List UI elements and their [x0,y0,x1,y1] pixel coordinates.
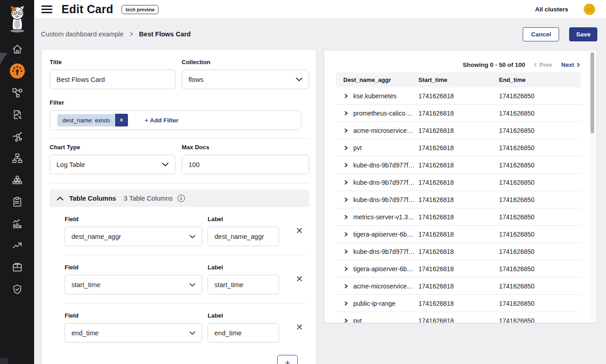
sidebar-item-report-edit[interactable] [0,104,34,126]
dashboard-gauge-icon [9,63,25,79]
expand-row-icon[interactable] [343,232,348,237]
table-row[interactable]: kube-dns-9b7d977f… 1741626818 1741626850 [336,191,581,208]
save-button[interactable]: Save [569,27,597,41]
sidebar-item-stats-chart[interactable] [0,213,34,235]
breadcrumb-parent[interactable]: Custom dashboard example [41,30,123,38]
dest-name-cell: acme-microservice… [353,127,413,134]
field-select[interactable]: end_time [65,323,202,343]
sidebar-item-trend-arrow[interactable] [0,235,34,257]
expand-row-icon[interactable] [343,180,348,185]
remove-column-icon[interactable]: ✕ [294,224,305,237]
remove-column-icon[interactable]: ✕ [294,321,305,334]
start-time-cell: 1741626818 [418,196,499,203]
start-time-cell: 1741626818 [418,231,499,238]
chart-type-select[interactable]: Log Table [50,155,175,174]
start-time-cell: 1741626818 [418,283,499,290]
sidebar-item-topology[interactable] [0,82,34,104]
expand-row-icon[interactable] [343,214,348,220]
service-graph-icon [11,131,23,142]
table-row[interactable]: metrics-server-v1.3… 1741626818 17416268… [336,208,581,226]
expand-row-icon[interactable] [343,128,348,133]
table-row[interactable]: acme-microservice… 1741626818 1741626850 [336,122,581,139]
dest-name-cell: acme-microservice… [353,283,413,290]
table-row[interactable]: tigera-apiserver-6b… 1741626818 17416268… [336,226,581,243]
table-row[interactable]: public-ip-range 1741626818 1741626850 [336,295,581,312]
chevron-left-icon [534,62,537,67]
chevron-down-icon [189,235,195,238]
menu-hamburger-icon[interactable] [41,5,52,13]
table-row[interactable]: tigera-apiserver-6b… 1741626818 17416268… [336,260,581,278]
table-row[interactable]: kube-dns-9b7d977f… 1741626818 1741626850 [336,157,581,174]
table-row[interactable]: pvt 1741626818 1741626850 [336,312,581,323]
max-docs-input[interactable]: 100 [182,155,309,174]
expand-row-icon[interactable] [343,266,348,272]
expand-row-icon[interactable] [343,249,348,254]
dest-name-cell: pvt [353,317,362,323]
archive-box-icon [11,262,23,273]
cluster-selector[interactable]: All clusters [535,6,568,13]
label-input[interactable]: dest_name_aggr [208,227,279,246]
end-time-cell: 1741626850 [499,231,581,238]
expand-row-icon[interactable] [343,111,348,116]
info-icon[interactable]: i [178,195,185,202]
expand-row-icon[interactable] [343,301,348,306]
sidebar-item-clipboard[interactable] [0,191,34,213]
expand-row-icon[interactable] [343,283,348,289]
divider [50,183,309,183]
expand-row-icon[interactable] [343,93,348,99]
dest-name-cell: metrics-server-v1.3… [353,213,414,221]
vertical-scrollbar[interactable] [590,51,595,322]
sidebar-item-service-graph[interactable] [0,126,34,147]
title-input[interactable]: Best Flows Card [50,70,175,89]
table-header-row: Dest_name_aggr Start_time End_time [336,72,581,87]
start-time-cell: 1741626818 [418,162,499,169]
field-label: Field [65,312,202,319]
field-select[interactable]: dest_name_aggr [65,227,202,246]
table-column-row: Field dest_name_aggr Label dest_name_agg… [65,207,305,255]
scrollbar-thumb[interactable] [591,52,594,133]
chevron-up-icon [57,197,63,201]
cancel-button[interactable]: Cancel [523,27,559,41]
tech-preview-badge: tech preview [122,5,159,14]
table-row[interactable]: kse.kubernetes 1741626818 1741626850 [336,87,581,105]
card-preview-panel: Showing 0 - 50 of 100 Prev Next Dest_nam… [324,50,597,323]
table-row[interactable]: kube-dns-9b7d977f… 1741626818 1741626850 [336,174,581,191]
table-row[interactable]: prometheus-calico… 1741626818 1741626850 [336,105,581,122]
remove-column-icon[interactable]: ✕ [294,273,305,285]
start-time-cell: 1741626818 [418,265,499,273]
prev-page-button[interactable]: Prev [534,61,552,68]
expand-row-icon[interactable] [343,145,348,151]
expand-row-icon[interactable] [343,162,348,168]
field-select[interactable]: start_time [65,275,202,294]
collection-select[interactable]: flows [182,70,309,89]
next-page-button[interactable]: Next [561,61,580,68]
calico-cat-logo[interactable] [0,0,34,38]
chevron-down-icon [189,283,195,287]
user-avatar[interactable]: CC [584,4,595,15]
sidebar-item-shield-check[interactable] [0,278,34,300]
table-row[interactable]: pvt 1741626818 1741626850 [336,139,581,157]
label-input[interactable]: end_time [208,323,279,343]
table-row[interactable]: acme-microservice… 1741626818 1741626850 [336,278,581,295]
report-edit-icon [11,109,23,121]
sidebar-item-archive-box[interactable] [0,257,34,278]
label-input[interactable]: start_time [208,275,279,294]
column-header-end-time: End_time [499,76,581,83]
sidebar-item-cluster-nodes[interactable] [0,169,34,191]
start-time-cell: 1741626818 [418,92,499,100]
table-columns-section-header[interactable]: Table Columns 3 Table Columns i [50,190,309,207]
expand-row-icon[interactable] [343,318,348,323]
add-filter-button[interactable]: + Add Filter [145,117,178,124]
filter-chip-remove-icon[interactable]: ✕ [115,114,128,126]
divider [50,138,309,139]
end-time-cell: 1741626850 [499,300,581,307]
showing-text: Showing 0 - 50 of 100 [463,61,525,68]
sidebar-item-sitemap[interactable] [0,147,34,169]
expand-row-icon[interactable] [343,197,348,202]
table-row[interactable]: kube-dns-9b7d977f… 1741626818 1741626850 [336,243,581,260]
end-time-cell: 1741626850 [499,110,581,117]
max-docs-label: Max Docs [182,144,309,151]
home-icon [11,43,23,55]
filter-box[interactable]: dest_name: exists ✕ + Add Filter [50,110,301,130]
add-column-button[interactable]: + [277,355,298,364]
